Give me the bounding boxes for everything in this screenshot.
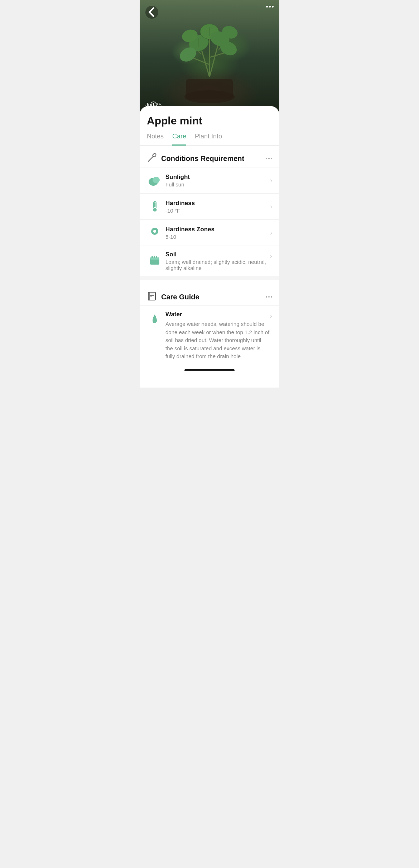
water-desc: Average water needs, watering should be …	[165, 320, 270, 361]
tab-notes[interactable]: Notes	[147, 133, 164, 146]
svg-point-28	[153, 230, 156, 233]
hardiness-value: -10 °F	[165, 208, 270, 214]
care-guide-section: Care Guide Water Average water needs, wa…	[140, 284, 279, 366]
sunlight-value: Full sun	[165, 181, 270, 188]
care-guide-header: Care Guide	[140, 284, 279, 305]
soil-label: Soil	[165, 251, 270, 258]
home-bar	[184, 369, 235, 371]
hardiness-row[interactable]: Hardiness -10 °F ›	[140, 193, 279, 219]
hardiness-zones-row[interactable]: Hardiness Zones 5-10 ›	[140, 219, 279, 246]
more-options-button[interactable]	[266, 6, 274, 8]
back-button[interactable]	[145, 6, 158, 19]
soil-chevron: ›	[270, 252, 272, 260]
tab-bar: Notes Care Plant Info	[140, 127, 279, 146]
svg-point-26	[153, 208, 157, 212]
book-icon	[147, 291, 157, 303]
photo-date: Jun 25	[145, 101, 162, 108]
water-label: Water	[165, 311, 270, 318]
water-row[interactable]: Water Average water needs, watering shou…	[140, 305, 279, 366]
svg-rect-33	[156, 256, 157, 258]
home-indicator	[140, 366, 279, 373]
hero-image: Jun 25	[140, 0, 279, 115]
sunlight-icon-container	[147, 172, 163, 188]
tab-care[interactable]: Care	[172, 133, 186, 146]
section-divider	[140, 276, 279, 280]
trowel-icon	[147, 153, 157, 164]
svg-line-4	[210, 43, 218, 77]
soil-icon-container	[147, 252, 163, 268]
svg-rect-32	[154, 256, 155, 258]
svg-rect-38	[148, 292, 150, 300]
zones-label: Hardiness Zones	[165, 226, 270, 233]
zones-value: 5-10	[165, 234, 270, 240]
conditions-title: Conditions Requirement	[161, 155, 244, 163]
thermometer-icon-container	[147, 199, 163, 214]
svg-point-23	[153, 177, 160, 183]
care-guide-title: Care Guide	[161, 293, 199, 301]
location-icon-container	[147, 225, 163, 241]
svg-rect-25	[154, 202, 156, 207]
soil-value: Loam; well drained; slightly acidic, neu…	[165, 259, 270, 271]
water-chevron: ›	[270, 312, 272, 320]
zones-chevron: ›	[270, 229, 272, 237]
tab-plant-info[interactable]: Plant Info	[195, 133, 222, 146]
svg-line-5	[192, 57, 210, 65]
conditions-header: Conditions Requirement	[140, 146, 279, 167]
svg-rect-34	[148, 292, 155, 300]
care-guide-more-button[interactable]	[266, 296, 272, 298]
water-drop-icon-container	[147, 312, 163, 327]
conditions-more-button[interactable]	[266, 158, 272, 159]
sunlight-row[interactable]: Sunlight Full sun ›	[140, 167, 279, 193]
svg-rect-1	[186, 79, 233, 99]
hardiness-chevron: ›	[270, 203, 272, 210]
sunlight-chevron: ›	[270, 177, 272, 184]
svg-rect-31	[151, 256, 153, 258]
plant-title: Apple mint	[140, 106, 279, 127]
soil-row[interactable]: Soil Loam; well drained; slightly acidic…	[140, 246, 279, 276]
conditions-section: Conditions Requirement Sunlight Full sun…	[140, 146, 279, 276]
content-card: Apple mint Notes Care Plant Info Conditi…	[140, 106, 279, 388]
sunlight-label: Sunlight	[165, 174, 270, 181]
hardiness-label: Hardiness	[165, 200, 270, 207]
